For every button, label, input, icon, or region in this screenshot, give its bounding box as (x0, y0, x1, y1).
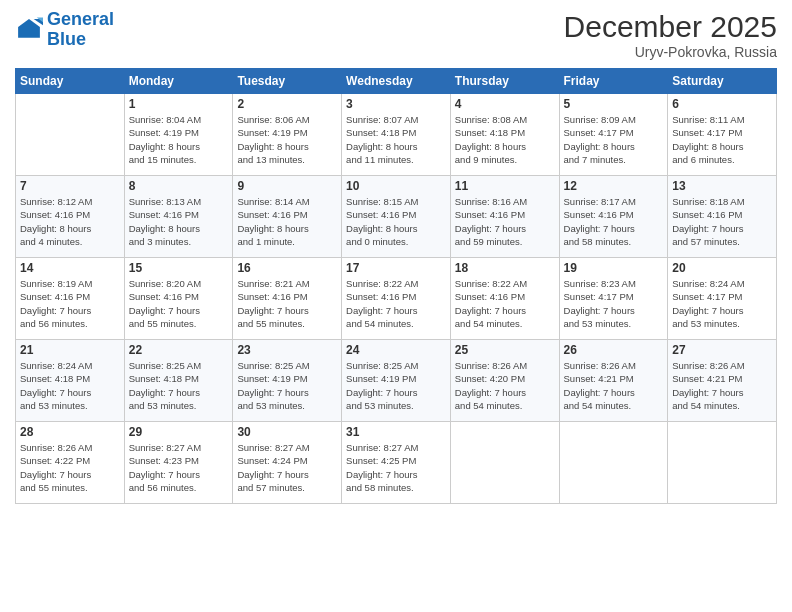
table-row: 26Sunrise: 8:26 AM Sunset: 4:21 PM Dayli… (559, 340, 668, 422)
table-row: 15Sunrise: 8:20 AM Sunset: 4:16 PM Dayli… (124, 258, 233, 340)
day-number: 12 (564, 179, 664, 193)
day-number: 1 (129, 97, 229, 111)
week-row-0: 1Sunrise: 8:04 AM Sunset: 4:19 PM Daylig… (16, 94, 777, 176)
day-info: Sunrise: 8:15 AM Sunset: 4:16 PM Dayligh… (346, 195, 446, 248)
day-number: 17 (346, 261, 446, 275)
col-monday: Monday (124, 69, 233, 94)
day-number: 13 (672, 179, 772, 193)
day-info: Sunrise: 8:26 AM Sunset: 4:21 PM Dayligh… (672, 359, 772, 412)
table-row: 8Sunrise: 8:13 AM Sunset: 4:16 PM Daylig… (124, 176, 233, 258)
day-number: 10 (346, 179, 446, 193)
day-info: Sunrise: 8:04 AM Sunset: 4:19 PM Dayligh… (129, 113, 229, 166)
day-info: Sunrise: 8:27 AM Sunset: 4:23 PM Dayligh… (129, 441, 229, 494)
day-number: 30 (237, 425, 337, 439)
day-info: Sunrise: 8:25 AM Sunset: 4:19 PM Dayligh… (346, 359, 446, 412)
day-number: 19 (564, 261, 664, 275)
day-info: Sunrise: 8:26 AM Sunset: 4:22 PM Dayligh… (20, 441, 120, 494)
week-row-4: 28Sunrise: 8:26 AM Sunset: 4:22 PM Dayli… (16, 422, 777, 504)
day-info: Sunrise: 8:26 AM Sunset: 4:21 PM Dayligh… (564, 359, 664, 412)
svg-marker-0 (18, 19, 40, 38)
day-info: Sunrise: 8:25 AM Sunset: 4:19 PM Dayligh… (237, 359, 337, 412)
table-row: 18Sunrise: 8:22 AM Sunset: 4:16 PM Dayli… (450, 258, 559, 340)
col-wednesday: Wednesday (342, 69, 451, 94)
day-info: Sunrise: 8:07 AM Sunset: 4:18 PM Dayligh… (346, 113, 446, 166)
table-row: 20Sunrise: 8:24 AM Sunset: 4:17 PM Dayli… (668, 258, 777, 340)
col-friday: Friday (559, 69, 668, 94)
table-row: 13Sunrise: 8:18 AM Sunset: 4:16 PM Dayli… (668, 176, 777, 258)
day-number: 8 (129, 179, 229, 193)
location: Uryv-Pokrovka, Russia (564, 44, 777, 60)
day-number: 20 (672, 261, 772, 275)
week-row-3: 21Sunrise: 8:24 AM Sunset: 4:18 PM Dayli… (16, 340, 777, 422)
table-row: 17Sunrise: 8:22 AM Sunset: 4:16 PM Dayli… (342, 258, 451, 340)
day-number: 5 (564, 97, 664, 111)
day-number: 28 (20, 425, 120, 439)
day-number: 16 (237, 261, 337, 275)
month-title: December 2025 (564, 10, 777, 44)
table-row: 9Sunrise: 8:14 AM Sunset: 4:16 PM Daylig… (233, 176, 342, 258)
day-info: Sunrise: 8:17 AM Sunset: 4:16 PM Dayligh… (564, 195, 664, 248)
table-row (668, 422, 777, 504)
day-number: 11 (455, 179, 555, 193)
day-number: 26 (564, 343, 664, 357)
day-info: Sunrise: 8:08 AM Sunset: 4:18 PM Dayligh… (455, 113, 555, 166)
logo-line2: Blue (47, 29, 86, 49)
day-info: Sunrise: 8:13 AM Sunset: 4:16 PM Dayligh… (129, 195, 229, 248)
table-row: 4Sunrise: 8:08 AM Sunset: 4:18 PM Daylig… (450, 94, 559, 176)
page: General Blue December 2025 Uryv-Pokrovka… (0, 0, 792, 612)
table-row: 3Sunrise: 8:07 AM Sunset: 4:18 PM Daylig… (342, 94, 451, 176)
day-info: Sunrise: 8:12 AM Sunset: 4:16 PM Dayligh… (20, 195, 120, 248)
table-row: 28Sunrise: 8:26 AM Sunset: 4:22 PM Dayli… (16, 422, 125, 504)
week-row-1: 7Sunrise: 8:12 AM Sunset: 4:16 PM Daylig… (16, 176, 777, 258)
day-number: 2 (237, 97, 337, 111)
title-block: December 2025 Uryv-Pokrovka, Russia (564, 10, 777, 60)
table-row: 16Sunrise: 8:21 AM Sunset: 4:16 PM Dayli… (233, 258, 342, 340)
table-row: 22Sunrise: 8:25 AM Sunset: 4:18 PM Dayli… (124, 340, 233, 422)
logo-text: General Blue (47, 10, 114, 50)
col-tuesday: Tuesday (233, 69, 342, 94)
day-number: 21 (20, 343, 120, 357)
day-number: 3 (346, 97, 446, 111)
day-info: Sunrise: 8:24 AM Sunset: 4:18 PM Dayligh… (20, 359, 120, 412)
day-number: 6 (672, 97, 772, 111)
table-row: 5Sunrise: 8:09 AM Sunset: 4:17 PM Daylig… (559, 94, 668, 176)
day-info: Sunrise: 8:25 AM Sunset: 4:18 PM Dayligh… (129, 359, 229, 412)
day-info: Sunrise: 8:09 AM Sunset: 4:17 PM Dayligh… (564, 113, 664, 166)
logo: General Blue (15, 10, 114, 50)
table-row: 14Sunrise: 8:19 AM Sunset: 4:16 PM Dayli… (16, 258, 125, 340)
day-number: 18 (455, 261, 555, 275)
day-info: Sunrise: 8:27 AM Sunset: 4:24 PM Dayligh… (237, 441, 337, 494)
table-row: 7Sunrise: 8:12 AM Sunset: 4:16 PM Daylig… (16, 176, 125, 258)
table-row: 25Sunrise: 8:26 AM Sunset: 4:20 PM Dayli… (450, 340, 559, 422)
day-info: Sunrise: 8:16 AM Sunset: 4:16 PM Dayligh… (455, 195, 555, 248)
day-number: 7 (20, 179, 120, 193)
table-row: 29Sunrise: 8:27 AM Sunset: 4:23 PM Dayli… (124, 422, 233, 504)
table-row: 24Sunrise: 8:25 AM Sunset: 4:19 PM Dayli… (342, 340, 451, 422)
logo-line1: General (47, 9, 114, 29)
table-row: 6Sunrise: 8:11 AM Sunset: 4:17 PM Daylig… (668, 94, 777, 176)
day-info: Sunrise: 8:14 AM Sunset: 4:16 PM Dayligh… (237, 195, 337, 248)
day-info: Sunrise: 8:23 AM Sunset: 4:17 PM Dayligh… (564, 277, 664, 330)
day-info: Sunrise: 8:27 AM Sunset: 4:25 PM Dayligh… (346, 441, 446, 494)
header-row: Sunday Monday Tuesday Wednesday Thursday… (16, 69, 777, 94)
table-row: 30Sunrise: 8:27 AM Sunset: 4:24 PM Dayli… (233, 422, 342, 504)
day-info: Sunrise: 8:06 AM Sunset: 4:19 PM Dayligh… (237, 113, 337, 166)
table-row: 23Sunrise: 8:25 AM Sunset: 4:19 PM Dayli… (233, 340, 342, 422)
table-row (450, 422, 559, 504)
day-number: 25 (455, 343, 555, 357)
day-info: Sunrise: 8:22 AM Sunset: 4:16 PM Dayligh… (346, 277, 446, 330)
day-info: Sunrise: 8:20 AM Sunset: 4:16 PM Dayligh… (129, 277, 229, 330)
header: General Blue December 2025 Uryv-Pokrovka… (15, 10, 777, 60)
day-info: Sunrise: 8:24 AM Sunset: 4:17 PM Dayligh… (672, 277, 772, 330)
day-info: Sunrise: 8:22 AM Sunset: 4:16 PM Dayligh… (455, 277, 555, 330)
day-number: 23 (237, 343, 337, 357)
day-number: 4 (455, 97, 555, 111)
col-sunday: Sunday (16, 69, 125, 94)
table-row: 1Sunrise: 8:04 AM Sunset: 4:19 PM Daylig… (124, 94, 233, 176)
calendar-table: Sunday Monday Tuesday Wednesday Thursday… (15, 68, 777, 504)
table-row: 19Sunrise: 8:23 AM Sunset: 4:17 PM Dayli… (559, 258, 668, 340)
day-number: 22 (129, 343, 229, 357)
table-row: 2Sunrise: 8:06 AM Sunset: 4:19 PM Daylig… (233, 94, 342, 176)
day-number: 24 (346, 343, 446, 357)
col-thursday: Thursday (450, 69, 559, 94)
